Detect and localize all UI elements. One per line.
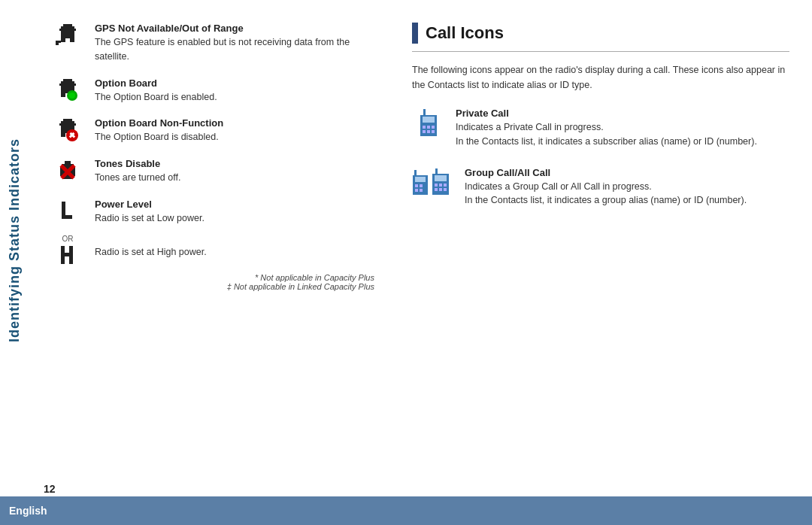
svg-rect-57 [439, 184, 442, 187]
private-call-desc1: Indicates a Private Call in progress. [456, 122, 604, 132]
gps-text: GPS Not Available/Out of Range The GPS f… [95, 23, 382, 64]
option-board-nf-text: Option Board Non-Function The Option Boa… [95, 117, 382, 144]
bottom-bar: English [0, 496, 812, 525]
svg-rect-32 [62, 202, 65, 217]
svg-rect-7 [56, 43, 59, 45]
list-item: GPS Not Available/Out of Range The GPS f… [51, 23, 382, 64]
svg-rect-4 [61, 38, 65, 42]
svg-rect-52 [420, 189, 423, 192]
list-item: Private Call Indicates a Private Call in… [412, 108, 789, 149]
group-call-desc2: In the Contacts list, it indicates a gro… [465, 195, 747, 205]
footnotes: * Not applicable in Capacity Plus ‡ Not … [51, 273, 382, 291]
svg-rect-59 [435, 188, 438, 191]
power-high-icon: OR [51, 232, 84, 266]
list-item: Group Call/All Call Indicates a Group Ca… [412, 167, 789, 208]
svg-rect-58 [444, 184, 447, 187]
svg-rect-36 [69, 246, 73, 264]
private-call-icon [412, 108, 445, 139]
tones-icon [51, 158, 84, 184]
list-item-power-high: OR Radio is set at High power. [51, 232, 382, 266]
svg-rect-48 [415, 177, 426, 182]
svg-rect-43 [423, 130, 426, 133]
svg-rect-56 [435, 184, 438, 187]
svg-point-15 [69, 93, 75, 99]
section-header: Call Icons [412, 23, 789, 44]
svg-rect-41 [427, 126, 430, 129]
group-call-desc1: Indicates a Group Call or All Call in pr… [465, 181, 652, 192]
svg-rect-46 [414, 170, 417, 175]
private-call-text: Private Call Indicates a Private Call in… [456, 108, 789, 149]
power-icon [51, 199, 84, 221]
sidebar-label: Identifying Status Indicators [0, 0, 29, 481]
svg-rect-1 [61, 26, 74, 29]
list-item: Option Board The Option Board is enabled… [51, 77, 382, 105]
main-content: GPS Not Available/Out of Range The GPS f… [29, 0, 812, 496]
svg-rect-6 [56, 41, 61, 43]
group-call-text: Group Call/All Call Indicates a Group Ca… [465, 167, 789, 208]
option-board-icon [51, 77, 84, 103]
list-item: Tones Disable Tones are turned off. [51, 158, 382, 185]
svg-rect-45 [432, 130, 435, 133]
svg-rect-60 [439, 188, 442, 191]
bottom-bar-label: English [9, 505, 47, 517]
svg-rect-50 [420, 184, 423, 187]
svg-rect-44 [427, 130, 430, 133]
svg-rect-37 [423, 109, 426, 115]
svg-rect-18 [59, 123, 76, 126]
power-text: Power Level Radio is set at Low power. [95, 199, 382, 226]
svg-rect-3 [61, 31, 74, 38]
group-call-icon [412, 167, 454, 199]
or-label: OR [62, 235, 74, 243]
svg-rect-12 [61, 93, 65, 97]
svg-rect-40 [423, 126, 426, 129]
page-number: 12 [29, 483, 56, 495]
svg-rect-5 [70, 38, 74, 42]
svg-rect-51 [415, 189, 418, 192]
svg-rect-42 [432, 126, 435, 129]
gps-icon [51, 23, 84, 48]
private-call-desc2: In the Contacts list, it indicates a sub… [456, 136, 757, 147]
list-item: Option Board Non-Function The Option Boa… [51, 117, 382, 144]
svg-rect-49 [415, 184, 418, 187]
right-column: Call Icons The following icons appear on… [397, 0, 812, 496]
svg-rect-9 [61, 81, 74, 83]
tones-text: Tones Disable Tones are turned off. [95, 158, 382, 185]
power-high-text: Radio is set at High power. [95, 232, 382, 259]
intro-text: The following icons appear on the radio'… [412, 62, 789, 93]
option-board-nf-icon [51, 117, 84, 143]
svg-rect-25 [65, 161, 71, 164]
svg-rect-0 [63, 24, 72, 26]
svg-rect-55 [435, 175, 447, 181]
svg-rect-16 [63, 119, 72, 121]
svg-rect-33 [62, 215, 72, 219]
section-divider [412, 51, 789, 52]
svg-rect-39 [423, 117, 435, 123]
svg-rect-2 [59, 29, 76, 31]
svg-rect-8 [63, 79, 72, 81]
section-header-bar [412, 23, 418, 44]
left-column: GPS Not Available/Out of Range The GPS f… [29, 0, 397, 496]
option-board-text: Option Board The Option Board is enabled… [95, 77, 382, 105]
svg-rect-10 [59, 83, 76, 86]
svg-rect-20 [61, 133, 65, 137]
svg-rect-61 [444, 188, 447, 191]
list-item: Power Level Radio is set at Low power. [51, 199, 382, 226]
svg-rect-53 [435, 168, 438, 174]
section-title: Call Icons [426, 23, 504, 43]
svg-rect-17 [61, 121, 74, 123]
